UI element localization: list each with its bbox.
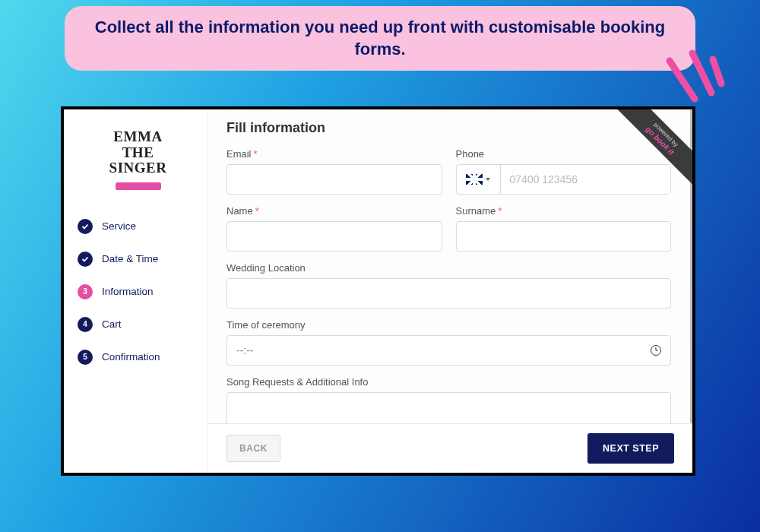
surname-field[interactable] (456, 221, 672, 252)
time-placeholder: --:-- (236, 344, 254, 356)
svg-line-2 (713, 59, 721, 84)
step-number-badge: 4 (78, 317, 93, 332)
check-icon (78, 219, 93, 234)
svg-line-1 (692, 53, 711, 93)
wedding-location-label: Wedding Location (226, 262, 671, 274)
step-label: Service (102, 220, 136, 232)
step-number-badge: 3 (78, 284, 93, 299)
sidebar: EMMA THE SINGER Service Date & Time (64, 109, 208, 473)
step-label: Date & Time (102, 253, 158, 264)
country-code-selector[interactable] (457, 165, 501, 194)
chevron-down-icon (486, 178, 490, 181)
step-date-time[interactable]: Date & Time (78, 252, 198, 267)
form-area: Fill information Email* Phone (208, 109, 692, 423)
step-label: Information (102, 286, 154, 297)
main-content: Fill information Email* Phone (208, 109, 692, 473)
step-number-badge: 5 (78, 350, 93, 365)
brand-logo: EMMA THE SINGER (78, 129, 198, 176)
booking-panel: powered by go book it EMMA THE SINGER Se… (61, 106, 695, 476)
song-requests-field[interactable] (226, 392, 671, 423)
email-label: Email* (226, 148, 442, 160)
phone-input-group (456, 164, 672, 195)
back-button[interactable]: BACK (226, 435, 280, 462)
step-cart[interactable]: 4 Cart (78, 317, 198, 332)
steps-nav: Service Date & Time 3 Information 4 Cart (78, 219, 198, 365)
phone-label: Phone (456, 148, 672, 160)
song-requests-label: Song Requests & Additional Info (226, 376, 671, 388)
email-field[interactable] (226, 164, 442, 195)
time-of-ceremony-label: Time of ceremony (226, 319, 671, 331)
step-information[interactable]: 3 Information (78, 284, 198, 299)
step-service[interactable]: Service (78, 219, 198, 234)
surname-label: Surname* (456, 205, 672, 217)
name-field[interactable] (226, 221, 442, 252)
clock-icon (651, 345, 661, 356)
phone-field[interactable] (501, 165, 671, 194)
form-footer: BACK NEXT STEP (208, 423, 692, 473)
step-label: Cart (102, 318, 122, 330)
form-title: Fill information (226, 120, 671, 136)
uk-flag-icon (466, 174, 483, 185)
name-label: Name* (226, 205, 442, 217)
time-of-ceremony-field[interactable]: --:-- (226, 335, 671, 366)
wedding-location-field[interactable] (226, 278, 671, 309)
step-confirmation[interactable]: 5 Confirmation (78, 350, 198, 365)
marketing-caption: Collect all the information you need up … (65, 6, 695, 71)
logo-underline (116, 182, 161, 190)
next-step-button[interactable]: NEXT STEP (587, 433, 674, 464)
check-icon (78, 252, 93, 267)
step-label: Confirmation (102, 351, 160, 363)
svg-line-0 (670, 61, 695, 99)
